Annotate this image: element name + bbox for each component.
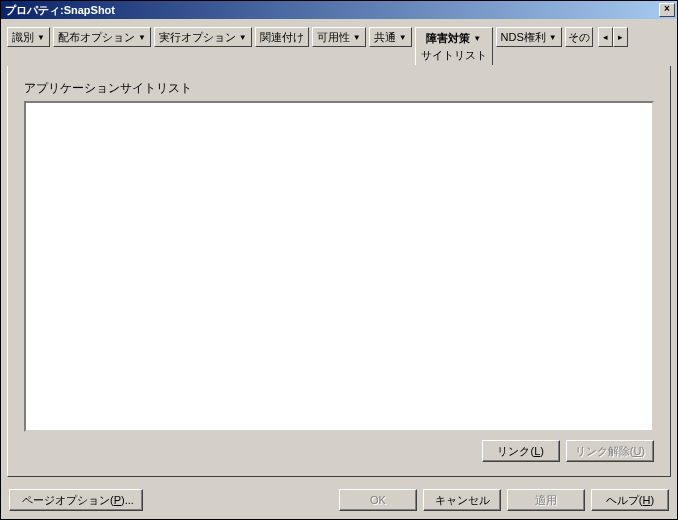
- tab-fault-tolerance[interactable]: 障害対策▼ サイトリスト: [415, 27, 493, 65]
- tab-identification[interactable]: 識別▼: [7, 27, 50, 47]
- close-icon[interactable]: ×: [659, 3, 675, 17]
- tab-nds-rights[interactable]: NDS権利▼: [496, 27, 562, 47]
- apply-button: 適用: [507, 489, 585, 511]
- tab-scroll: ◂ ▸: [598, 27, 628, 47]
- chevron-down-icon: ▼: [549, 33, 557, 42]
- help-button[interactable]: ヘルプ(H): [591, 489, 669, 511]
- chevron-down-icon: ▼: [399, 33, 407, 42]
- ok-button: OK: [339, 489, 417, 511]
- dialog-content: 識別▼ 配布オプション▼ 実行オプション▼ 関連付け 可用性▼ 共通▼ 障害対策…: [1, 19, 677, 483]
- tab-overflow[interactable]: その: [565, 27, 593, 47]
- tab-associations[interactable]: 関連付け: [255, 27, 309, 47]
- site-list-label: アプリケーションサイトリスト: [24, 80, 654, 97]
- titlebar: プロパティ:SnapShot ×: [1, 1, 677, 19]
- tab-distribution-options[interactable]: 配布オプション▼: [53, 27, 151, 47]
- scroll-right-icon[interactable]: ▸: [613, 27, 628, 47]
- chevron-down-icon: ▼: [37, 33, 45, 42]
- scroll-left-icon[interactable]: ◂: [598, 27, 613, 47]
- page-options-button[interactable]: ページオプション(P)...: [9, 489, 143, 511]
- tab-subtitle: サイトリスト: [421, 48, 487, 63]
- cancel-button[interactable]: キャンセル: [423, 489, 501, 511]
- tab-common[interactable]: 共通▼: [369, 27, 412, 47]
- tab-strip: 識別▼ 配布オプション▼ 実行オプション▼ 関連付け 可用性▼ 共通▼ 障害対策…: [7, 27, 671, 67]
- chevron-down-icon: ▼: [138, 33, 146, 42]
- chevron-down-icon: ▼: [473, 34, 481, 43]
- unlink-button: リンク解除(U): [566, 440, 654, 462]
- panel-buttons: リンク(L) リンク解除(U): [24, 440, 654, 462]
- chevron-down-icon: ▼: [353, 33, 361, 42]
- window-title: プロパティ:SnapShot: [3, 3, 115, 18]
- tab-panel: アプリケーションサイトリスト リンク(L) リンク解除(U): [7, 66, 671, 477]
- tab-availability[interactable]: 可用性▼: [312, 27, 366, 47]
- link-button[interactable]: リンク(L): [482, 440, 560, 462]
- chevron-down-icon: ▼: [239, 33, 247, 42]
- properties-dialog: プロパティ:SnapShot × 識別▼ 配布オプション▼ 実行オプション▼ 関…: [0, 0, 678, 520]
- dialog-button-bar: ページオプション(P)... OK キャンセル 適用 ヘルプ(H): [1, 483, 677, 519]
- site-list-box[interactable]: [24, 101, 654, 432]
- tab-run-options[interactable]: 実行オプション▼: [154, 27, 252, 47]
